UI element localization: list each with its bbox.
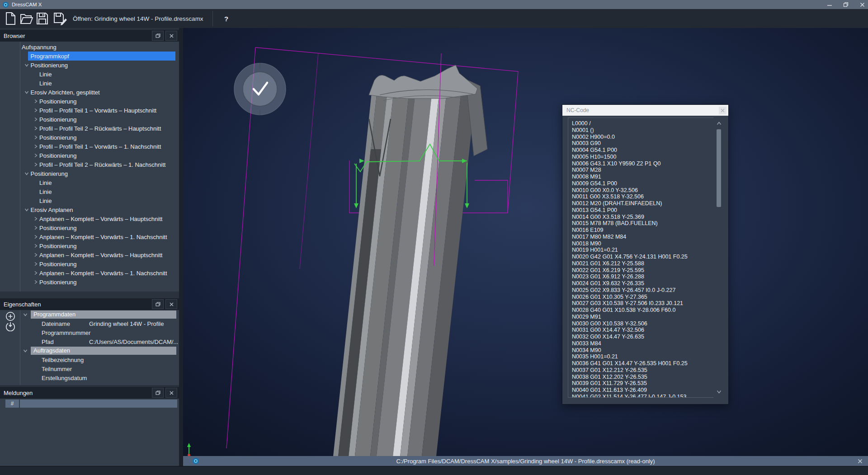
chevron-right-icon[interactable] <box>32 115 39 124</box>
close-panel-button[interactable] <box>165 31 177 41</box>
nc-close-button[interactable] <box>719 107 726 114</box>
browser-tree-item[interactable]: Aufspannung <box>0 42 179 52</box>
property-row[interactable]: PfadC:/Users/AS/Documents/DCAM/... <box>20 337 179 346</box>
chevron-right-icon[interactable] <box>32 97 39 106</box>
browser-tree-item[interactable]: Anplanen – Komplett – Vorwärts – Hauptsc… <box>0 250 179 259</box>
chevron-right-icon[interactable] <box>32 160 39 169</box>
tree-item-label: Anplanen – Komplett – Vorwärts – 1. Nach… <box>39 270 167 277</box>
browser-tree-item[interactable]: Anplanen – Komplett – Vorwärts – 1. Nach… <box>0 268 179 277</box>
apply-properties-button[interactable] <box>4 321 17 332</box>
messages-column-number[interactable]: # <box>5 400 19 408</box>
save-as-button[interactable] <box>53 11 67 26</box>
properties-panel: ProgrammdatenDateinameGrinding wheel 14W… <box>0 310 179 385</box>
property-group-row[interactable]: Auftragsdaten <box>20 346 179 355</box>
property-row[interactable]: DateinameGrinding wheel 14W - Profile <box>20 319 179 328</box>
chevron-right-icon[interactable] <box>32 124 39 133</box>
chevron-right-icon[interactable] <box>32 268 39 277</box>
scrollbar-thumb[interactable] <box>717 129 721 207</box>
float-panel-button[interactable] <box>152 31 164 41</box>
tree-item-label: Linie <box>39 188 52 195</box>
messages-column-text[interactable] <box>20 400 177 408</box>
chevron-right-icon[interactable] <box>32 106 39 115</box>
browser-tree-item[interactable]: Positionierung <box>0 97 179 106</box>
browser-tree-item[interactable]: Linie <box>0 196 179 205</box>
chevron-down-icon[interactable] <box>20 312 31 317</box>
nc-code-titlebar[interactable]: NC-Code <box>562 105 728 116</box>
chevron-down-icon[interactable] <box>23 169 31 178</box>
chevron-down-icon[interactable] <box>23 205 31 214</box>
property-row[interactable]: Teilbezeichnung <box>20 355 179 364</box>
scroll-up-icon[interactable] <box>716 120 722 127</box>
browser-tree-item[interactable]: Linie <box>0 178 179 187</box>
dock-splitter[interactable] <box>179 28 183 466</box>
browser-tree-item[interactable]: Linie <box>0 79 179 88</box>
property-group-row[interactable]: Programmdaten <box>20 310 179 319</box>
chevron-right-icon[interactable] <box>32 232 39 241</box>
browser-tree-item[interactable]: Profil – Profil Teil 2 – Rückwärts – Hau… <box>0 124 179 133</box>
nc-code-line: N0018 M90 <box>572 240 713 247</box>
chevron-right-icon[interactable] <box>32 277 39 287</box>
browser-tree-item[interactable]: Positionierung <box>0 241 179 250</box>
property-value[interactable]: Grinding wheel 14W - Profile <box>89 320 179 327</box>
chevron-down-icon[interactable] <box>23 88 31 97</box>
chevron-right-icon[interactable] <box>32 142 39 151</box>
chevron-right-icon[interactable] <box>32 214 39 223</box>
float-panel-button[interactable] <box>152 388 164 398</box>
chevron-right-icon[interactable] <box>32 151 39 160</box>
chevron-right-icon[interactable] <box>32 259 39 268</box>
browser-tree-item[interactable]: Positionierung <box>0 169 179 178</box>
scroll-down-icon[interactable] <box>716 389 722 395</box>
browser-tree-item[interactable]: Programmkopf <box>0 52 179 61</box>
browser-tree-item[interactable]: Positionierung <box>0 259 179 268</box>
chevron-right-icon[interactable] <box>32 241 39 250</box>
browser-tree-item[interactable]: Erosiv Abrichten, gesplittet <box>0 88 179 97</box>
tree-item-label: Programmkopf <box>31 53 69 60</box>
chevron-right-icon[interactable] <box>32 223 39 232</box>
viewport-canvas[interactable] <box>183 28 868 456</box>
browser-tree-item[interactable]: Positionierung <box>0 61 179 70</box>
close-panel-button[interactable] <box>165 388 177 398</box>
nc-code-list[interactable]: L0000 /N0001 ()N0002 H900=0.0N0003 G90N0… <box>568 118 713 398</box>
browser-tree-item[interactable]: Anplanen – Komplett – Vorwärts – 1. Nach… <box>0 232 179 241</box>
browser-tree-item[interactable]: Linie <box>0 187 179 196</box>
browser-tree-item[interactable]: Profil – Profil Teil 1 – Vorwärts – Haup… <box>0 106 179 115</box>
add-property-button[interactable] <box>4 311 17 322</box>
save-button[interactable] <box>35 11 49 26</box>
tree-item-label: Profil – Profil Teil 1 – Vorwärts – 1. N… <box>39 143 161 150</box>
property-row[interactable]: Programmnummer <box>20 328 179 337</box>
browser-tree-item[interactable]: Linie <box>0 70 179 79</box>
browser-tree-item[interactable]: Profil – Profil Teil 1 – Vorwärts – 1. N… <box>0 142 179 151</box>
maximize-button[interactable] <box>843 1 849 8</box>
new-file-icon <box>4 12 17 25</box>
chevron-right-icon[interactable] <box>32 250 39 259</box>
browser-tree-item[interactable]: Positionierung <box>0 223 179 232</box>
help-button[interactable]: ? <box>221 15 232 23</box>
new-file-button[interactable] <box>3 11 18 26</box>
viewport-3d[interactable] <box>183 28 868 456</box>
property-value[interactable]: C:/Users/AS/Documents/DCAM/... <box>89 339 179 345</box>
property-row[interactable]: Teilnummer <box>20 364 179 373</box>
nc-scrollbar[interactable] <box>716 120 722 395</box>
chevron-down-icon[interactable] <box>23 61 31 70</box>
tree-item-label: Positionierung <box>31 62 68 69</box>
browser-tree-item[interactable]: Positionierung <box>0 277 179 287</box>
nc-code-line: N0011 G00 X3.518 Y-32.506 <box>572 193 713 200</box>
open-file-button[interactable] <box>19 11 33 26</box>
minimize-button[interactable] <box>826 1 833 8</box>
close-panel-button[interactable] <box>165 299 177 309</box>
browser-tree-item[interactable]: Erosiv Anplanen <box>0 205 179 214</box>
browser-tree-item[interactable]: Anplanen – Komplett – Vorwärts – Hauptsc… <box>0 214 179 223</box>
browser-tree-item[interactable]: Positionierung <box>0 115 179 124</box>
nc-code-panel[interactable]: NC-Code L0000 /N0001 ()N0002 H900=0.0N00… <box>562 104 729 404</box>
property-row[interactable]: Erstellungsdatum <box>20 373 179 382</box>
browser-tree-item[interactable]: Positionierung <box>0 151 179 160</box>
chevron-spacer <box>32 196 39 205</box>
close-window-button[interactable] <box>859 1 865 8</box>
float-panel-button[interactable] <box>152 299 164 309</box>
browser-tree-item[interactable]: Profil – Profil Teil 2 – Rückwärts – 1. … <box>0 160 179 169</box>
nc-code-line: N0039 G01 X11.729 Y-26.535 <box>572 380 713 387</box>
status-close-button[interactable] <box>858 457 863 466</box>
browser-tree-item[interactable]: Positionierung <box>0 133 179 142</box>
chevron-down-icon[interactable] <box>20 348 31 353</box>
chevron-right-icon[interactable] <box>32 133 39 142</box>
